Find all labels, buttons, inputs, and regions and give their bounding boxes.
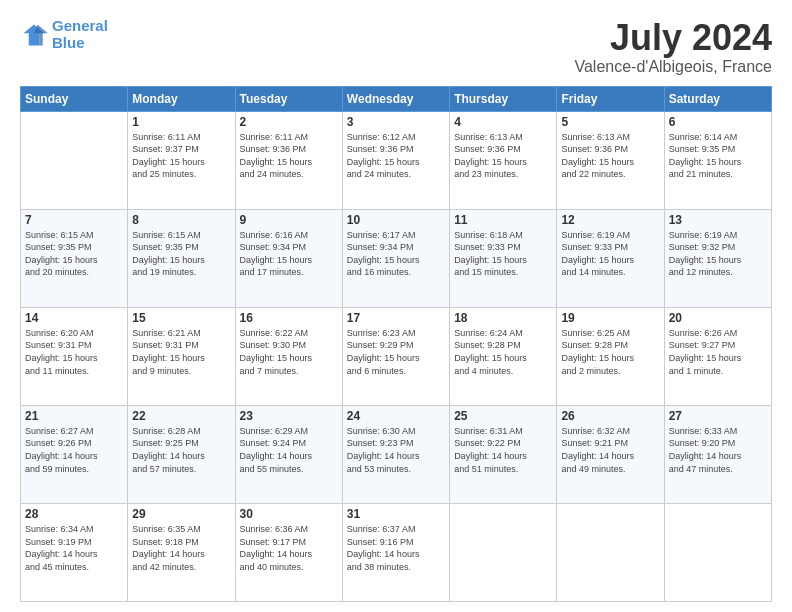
day-number: 23 bbox=[240, 409, 338, 423]
calendar-cell: 11Sunrise: 6:18 AM Sunset: 9:33 PM Dayli… bbox=[450, 209, 557, 307]
day-info: Sunrise: 6:26 AM Sunset: 9:27 PM Dayligh… bbox=[669, 327, 767, 377]
day-number: 31 bbox=[347, 507, 445, 521]
day-info: Sunrise: 6:14 AM Sunset: 9:35 PM Dayligh… bbox=[669, 131, 767, 181]
calendar-cell: 22Sunrise: 6:28 AM Sunset: 9:25 PM Dayli… bbox=[128, 405, 235, 503]
day-info: Sunrise: 6:27 AM Sunset: 9:26 PM Dayligh… bbox=[25, 425, 123, 475]
day-number: 24 bbox=[347, 409, 445, 423]
main-title: July 2024 bbox=[574, 18, 772, 58]
calendar-header-tuesday: Tuesday bbox=[235, 86, 342, 111]
logo-line2: Blue bbox=[52, 34, 85, 51]
calendar: SundayMondayTuesdayWednesdayThursdayFrid… bbox=[20, 86, 772, 602]
calendar-cell: 27Sunrise: 6:33 AM Sunset: 9:20 PM Dayli… bbox=[664, 405, 771, 503]
calendar-cell: 7Sunrise: 6:15 AM Sunset: 9:35 PM Daylig… bbox=[21, 209, 128, 307]
day-info: Sunrise: 6:28 AM Sunset: 9:25 PM Dayligh… bbox=[132, 425, 230, 475]
day-number: 30 bbox=[240, 507, 338, 521]
day-info: Sunrise: 6:17 AM Sunset: 9:34 PM Dayligh… bbox=[347, 229, 445, 279]
day-number: 8 bbox=[132, 213, 230, 227]
subtitle: Valence-d'Albigeois, France bbox=[574, 58, 772, 76]
calendar-cell: 18Sunrise: 6:24 AM Sunset: 9:28 PM Dayli… bbox=[450, 307, 557, 405]
calendar-cell: 4Sunrise: 6:13 AM Sunset: 9:36 PM Daylig… bbox=[450, 111, 557, 209]
calendar-cell bbox=[664, 503, 771, 601]
day-number: 17 bbox=[347, 311, 445, 325]
day-number: 27 bbox=[669, 409, 767, 423]
day-info: Sunrise: 6:37 AM Sunset: 9:16 PM Dayligh… bbox=[347, 523, 445, 573]
calendar-header-wednesday: Wednesday bbox=[342, 86, 449, 111]
calendar-cell: 17Sunrise: 6:23 AM Sunset: 9:29 PM Dayli… bbox=[342, 307, 449, 405]
day-number: 29 bbox=[132, 507, 230, 521]
calendar-cell: 19Sunrise: 6:25 AM Sunset: 9:28 PM Dayli… bbox=[557, 307, 664, 405]
calendar-cell: 26Sunrise: 6:32 AM Sunset: 9:21 PM Dayli… bbox=[557, 405, 664, 503]
day-info: Sunrise: 6:11 AM Sunset: 9:37 PM Dayligh… bbox=[132, 131, 230, 181]
day-info: Sunrise: 6:19 AM Sunset: 9:33 PM Dayligh… bbox=[561, 229, 659, 279]
day-info: Sunrise: 6:21 AM Sunset: 9:31 PM Dayligh… bbox=[132, 327, 230, 377]
day-number: 21 bbox=[25, 409, 123, 423]
day-info: Sunrise: 6:32 AM Sunset: 9:21 PM Dayligh… bbox=[561, 425, 659, 475]
calendar-cell bbox=[557, 503, 664, 601]
calendar-cell: 3Sunrise: 6:12 AM Sunset: 9:36 PM Daylig… bbox=[342, 111, 449, 209]
calendar-cell: 14Sunrise: 6:20 AM Sunset: 9:31 PM Dayli… bbox=[21, 307, 128, 405]
day-info: Sunrise: 6:33 AM Sunset: 9:20 PM Dayligh… bbox=[669, 425, 767, 475]
day-info: Sunrise: 6:22 AM Sunset: 9:30 PM Dayligh… bbox=[240, 327, 338, 377]
calendar-cell: 25Sunrise: 6:31 AM Sunset: 9:22 PM Dayli… bbox=[450, 405, 557, 503]
day-number: 16 bbox=[240, 311, 338, 325]
calendar-cell bbox=[450, 503, 557, 601]
day-info: Sunrise: 6:35 AM Sunset: 9:18 PM Dayligh… bbox=[132, 523, 230, 573]
day-number: 12 bbox=[561, 213, 659, 227]
calendar-cell: 8Sunrise: 6:15 AM Sunset: 9:35 PM Daylig… bbox=[128, 209, 235, 307]
day-info: Sunrise: 6:12 AM Sunset: 9:36 PM Dayligh… bbox=[347, 131, 445, 181]
calendar-cell: 28Sunrise: 6:34 AM Sunset: 9:19 PM Dayli… bbox=[21, 503, 128, 601]
day-info: Sunrise: 6:36 AM Sunset: 9:17 PM Dayligh… bbox=[240, 523, 338, 573]
calendar-cell: 12Sunrise: 6:19 AM Sunset: 9:33 PM Dayli… bbox=[557, 209, 664, 307]
calendar-week-4: 21Sunrise: 6:27 AM Sunset: 9:26 PM Dayli… bbox=[21, 405, 772, 503]
logo-icon bbox=[20, 21, 48, 49]
day-number: 18 bbox=[454, 311, 552, 325]
calendar-cell: 21Sunrise: 6:27 AM Sunset: 9:26 PM Dayli… bbox=[21, 405, 128, 503]
day-info: Sunrise: 6:15 AM Sunset: 9:35 PM Dayligh… bbox=[132, 229, 230, 279]
calendar-cell: 5Sunrise: 6:13 AM Sunset: 9:36 PM Daylig… bbox=[557, 111, 664, 209]
calendar-cell: 23Sunrise: 6:29 AM Sunset: 9:24 PM Dayli… bbox=[235, 405, 342, 503]
logo: General Blue bbox=[20, 18, 108, 51]
day-number: 22 bbox=[132, 409, 230, 423]
day-number: 10 bbox=[347, 213, 445, 227]
day-number: 1 bbox=[132, 115, 230, 129]
day-info: Sunrise: 6:34 AM Sunset: 9:19 PM Dayligh… bbox=[25, 523, 123, 573]
calendar-cell: 24Sunrise: 6:30 AM Sunset: 9:23 PM Dayli… bbox=[342, 405, 449, 503]
calendar-header-row: SundayMondayTuesdayWednesdayThursdayFrid… bbox=[21, 86, 772, 111]
calendar-week-5: 28Sunrise: 6:34 AM Sunset: 9:19 PM Dayli… bbox=[21, 503, 772, 601]
day-info: Sunrise: 6:13 AM Sunset: 9:36 PM Dayligh… bbox=[454, 131, 552, 181]
calendar-cell: 6Sunrise: 6:14 AM Sunset: 9:35 PM Daylig… bbox=[664, 111, 771, 209]
calendar-cell: 13Sunrise: 6:19 AM Sunset: 9:32 PM Dayli… bbox=[664, 209, 771, 307]
day-info: Sunrise: 6:31 AM Sunset: 9:22 PM Dayligh… bbox=[454, 425, 552, 475]
calendar-cell: 1Sunrise: 6:11 AM Sunset: 9:37 PM Daylig… bbox=[128, 111, 235, 209]
logo-text: General Blue bbox=[52, 18, 108, 51]
day-number: 2 bbox=[240, 115, 338, 129]
title-block: July 2024 Valence-d'Albigeois, France bbox=[574, 18, 772, 76]
day-number: 19 bbox=[561, 311, 659, 325]
page: General Blue July 2024 Valence-d'Albigeo… bbox=[0, 0, 792, 612]
calendar-cell: 16Sunrise: 6:22 AM Sunset: 9:30 PM Dayli… bbox=[235, 307, 342, 405]
calendar-cell: 10Sunrise: 6:17 AM Sunset: 9:34 PM Dayli… bbox=[342, 209, 449, 307]
calendar-header-monday: Monday bbox=[128, 86, 235, 111]
calendar-header-thursday: Thursday bbox=[450, 86, 557, 111]
day-number: 20 bbox=[669, 311, 767, 325]
calendar-header-sunday: Sunday bbox=[21, 86, 128, 111]
calendar-cell: 9Sunrise: 6:16 AM Sunset: 9:34 PM Daylig… bbox=[235, 209, 342, 307]
calendar-cell: 20Sunrise: 6:26 AM Sunset: 9:27 PM Dayli… bbox=[664, 307, 771, 405]
day-info: Sunrise: 6:29 AM Sunset: 9:24 PM Dayligh… bbox=[240, 425, 338, 475]
day-info: Sunrise: 6:15 AM Sunset: 9:35 PM Dayligh… bbox=[25, 229, 123, 279]
day-number: 6 bbox=[669, 115, 767, 129]
day-info: Sunrise: 6:11 AM Sunset: 9:36 PM Dayligh… bbox=[240, 131, 338, 181]
day-number: 4 bbox=[454, 115, 552, 129]
calendar-cell: 31Sunrise: 6:37 AM Sunset: 9:16 PM Dayli… bbox=[342, 503, 449, 601]
calendar-cell: 2Sunrise: 6:11 AM Sunset: 9:36 PM Daylig… bbox=[235, 111, 342, 209]
logo-line1: General bbox=[52, 17, 108, 34]
day-number: 14 bbox=[25, 311, 123, 325]
day-info: Sunrise: 6:23 AM Sunset: 9:29 PM Dayligh… bbox=[347, 327, 445, 377]
calendar-cell bbox=[21, 111, 128, 209]
calendar-header-saturday: Saturday bbox=[664, 86, 771, 111]
calendar-week-3: 14Sunrise: 6:20 AM Sunset: 9:31 PM Dayli… bbox=[21, 307, 772, 405]
day-number: 9 bbox=[240, 213, 338, 227]
calendar-week-2: 7Sunrise: 6:15 AM Sunset: 9:35 PM Daylig… bbox=[21, 209, 772, 307]
day-info: Sunrise: 6:18 AM Sunset: 9:33 PM Dayligh… bbox=[454, 229, 552, 279]
day-info: Sunrise: 6:30 AM Sunset: 9:23 PM Dayligh… bbox=[347, 425, 445, 475]
